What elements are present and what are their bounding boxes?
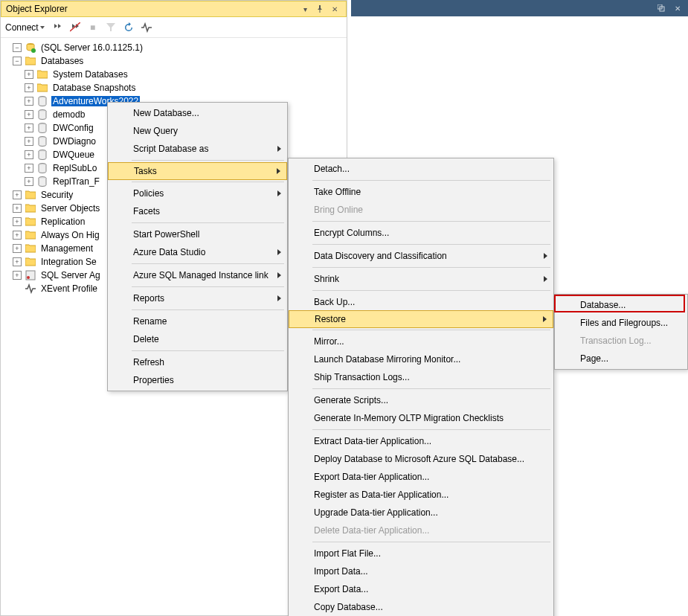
menu-data-discovery[interactable]: Data Discovery and Classification bbox=[289, 247, 553, 265]
menu-separator bbox=[312, 221, 550, 222]
agent-icon bbox=[25, 270, 36, 280]
tree-databases[interactable]: −Databases bbox=[1, 54, 347, 68]
menu-deploy-azure[interactable]: Deploy Database to Microsoft Azure SQL D… bbox=[289, 450, 553, 468]
expander-icon[interactable]: + bbox=[13, 257, 22, 266]
expander-icon[interactable]: + bbox=[13, 190, 22, 199]
close-icon[interactable]: ✕ bbox=[328, 2, 341, 16]
window-pos-icon[interactable]: ▾ bbox=[298, 2, 312, 16]
tree-snapshots[interactable]: +Database Snapshots bbox=[1, 81, 347, 94]
expander-icon[interactable]: + bbox=[13, 204, 22, 213]
menu-upgrade-dta[interactable]: Upgrade Data-tier Application... bbox=[289, 504, 553, 522]
expander-icon[interactable]: + bbox=[13, 244, 22, 253]
pin-icon[interactable] bbox=[313, 2, 327, 16]
svg-point-2 bbox=[31, 48, 36, 53]
menu-extract-dta[interactable]: Extract Data-tier Application... bbox=[289, 432, 553, 450]
refresh-icon[interactable] bbox=[122, 21, 135, 34]
menu-mirror[interactable]: Mirror... bbox=[289, 333, 553, 350]
expander-icon[interactable]: + bbox=[13, 231, 22, 240]
expander-icon[interactable]: − bbox=[13, 57, 22, 65]
menu-restore[interactable]: Restore bbox=[289, 310, 553, 328]
document-tab-well: ✕ bbox=[351, 0, 688, 16]
tab-close-icon[interactable]: ✕ bbox=[672, 2, 684, 14]
toolbar: Connect ■ bbox=[1, 17, 347, 38]
connect-obj-icon[interactable] bbox=[51, 21, 64, 34]
context-menu-database: New Database... New Query Script Databas… bbox=[107, 102, 288, 391]
menu-separator bbox=[312, 290, 550, 291]
menu-refresh[interactable]: Refresh bbox=[108, 353, 287, 371]
menu-rename[interactable]: Rename bbox=[108, 312, 287, 330]
menu-bring-online: Bring Online bbox=[289, 201, 553, 219]
menu-separator bbox=[132, 350, 284, 351]
folder-icon bbox=[36, 83, 48, 93]
expander-icon[interactable]: + bbox=[13, 271, 22, 280]
expander-icon[interactable]: + bbox=[25, 70, 33, 79]
menu-oltp-checklists[interactable]: Generate In-Memory OLTP Migration Checkl… bbox=[289, 409, 553, 427]
menu-register-dta[interactable]: Register as Data-tier Application... bbox=[289, 486, 553, 504]
menu-separator bbox=[132, 309, 284, 310]
database-icon bbox=[36, 123, 48, 133]
folder-icon bbox=[36, 69, 48, 80]
menu-properties[interactable]: Properties bbox=[108, 371, 287, 389]
expander-icon[interactable]: + bbox=[13, 217, 22, 226]
expander-icon[interactable]: + bbox=[25, 123, 33, 132]
menu-delete-dta: Delete Data-tier Application... bbox=[289, 522, 553, 539]
connect-button[interactable]: Connect bbox=[5, 22, 46, 33]
expander-icon[interactable]: + bbox=[25, 83, 33, 92]
menu-facets[interactable]: Facets bbox=[108, 202, 287, 220]
menu-import-data[interactable]: Import Data... bbox=[289, 562, 553, 580]
menu-backup[interactable]: Back Up... bbox=[289, 293, 553, 311]
expander-icon[interactable]: + bbox=[25, 177, 33, 186]
menu-export-dta[interactable]: Export Data-tier Application... bbox=[289, 468, 553, 486]
disconnect-icon[interactable] bbox=[68, 21, 82, 34]
activity-icon[interactable] bbox=[140, 21, 153, 34]
menu-separator bbox=[312, 542, 550, 542]
server-icon bbox=[25, 42, 36, 53]
menu-azure-sql-mi-link[interactable]: Azure SQL Managed Instance link bbox=[108, 266, 287, 284]
menu-tasks[interactable]: Tasks bbox=[108, 162, 287, 180]
menu-policies[interactable]: Policies bbox=[108, 185, 287, 202]
menu-restore-files[interactable]: Files and Filegroups... bbox=[555, 314, 687, 332]
expander-icon[interactable]: + bbox=[25, 97, 33, 106]
expander-icon[interactable]: + bbox=[25, 150, 33, 159]
menu-mirror-monitor[interactable]: Launch Database Mirroring Monitor... bbox=[289, 350, 553, 368]
menu-detach[interactable]: Detach... bbox=[289, 160, 553, 178]
menu-separator bbox=[312, 388, 550, 389]
folder-icon bbox=[25, 190, 36, 200]
database-icon bbox=[36, 136, 48, 147]
menu-azure-data-studio[interactable]: Azure Data Studio bbox=[108, 243, 287, 261]
menu-encrypt-columns[interactable]: Encrypt Columns... bbox=[289, 224, 553, 242]
menu-generate-scripts[interactable]: Generate Scripts... bbox=[289, 391, 553, 409]
expander-icon[interactable]: − bbox=[13, 43, 22, 52]
menu-start-powershell[interactable]: Start PowerShell bbox=[108, 225, 287, 243]
menu-script-database[interactable]: Script Database as bbox=[108, 140, 287, 158]
expander-icon[interactable]: + bbox=[25, 164, 33, 173]
menu-separator bbox=[132, 182, 284, 182]
svg-point-11 bbox=[27, 276, 30, 279]
menu-delete[interactable]: Delete bbox=[108, 330, 287, 348]
menu-restore-page[interactable]: Page... bbox=[555, 350, 687, 368]
tab-pin-icon[interactable] bbox=[655, 2, 667, 14]
menu-separator bbox=[312, 429, 550, 430]
expander-icon[interactable]: + bbox=[25, 137, 33, 146]
submenu-arrow-icon bbox=[277, 272, 281, 278]
expander-icon[interactable]: + bbox=[25, 110, 33, 119]
database-icon bbox=[36, 109, 48, 120]
panel-title: Object Explorer bbox=[6, 4, 297, 14]
menu-ship-logs[interactable]: Ship Transaction Logs... bbox=[289, 368, 553, 386]
menu-new-database[interactable]: New Database... bbox=[108, 104, 287, 122]
folder-icon bbox=[25, 216, 36, 227]
highlight-annotation bbox=[554, 295, 685, 312]
svg-line-0 bbox=[70, 22, 80, 31]
filter-icon bbox=[104, 21, 118, 34]
menu-export-data[interactable]: Export Data... bbox=[289, 580, 553, 598]
menu-import-flat[interactable]: Import Flat File... bbox=[289, 545, 553, 562]
menu-shrink[interactable]: Shrink bbox=[289, 270, 553, 288]
menu-new-query[interactable]: New Query bbox=[108, 122, 287, 140]
menu-copy-database[interactable]: Copy Database... bbox=[289, 598, 553, 616]
menu-take-offline[interactable]: Take Offline bbox=[289, 183, 553, 201]
tree-root[interactable]: −(SQL Server 16.0.1125.1) bbox=[1, 41, 347, 54]
menu-reports[interactable]: Reports bbox=[108, 289, 287, 307]
database-icon bbox=[36, 96, 48, 106]
menu-separator bbox=[312, 267, 550, 268]
tree-sysdb[interactable]: +System Databases bbox=[1, 68, 347, 81]
